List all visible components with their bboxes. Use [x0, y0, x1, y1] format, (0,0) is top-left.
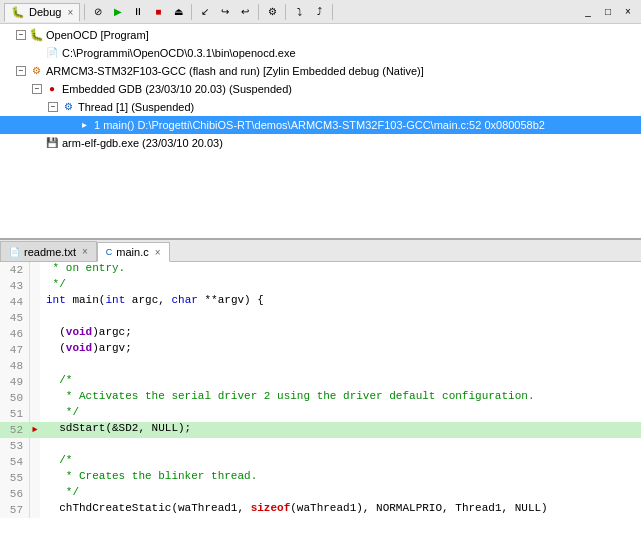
code-content-49[interactable]: /*	[40, 374, 641, 390]
debug-tab-label: Debug	[29, 6, 61, 18]
readme-tab-label: readme.txt	[24, 246, 76, 258]
line-num-43: 43	[0, 278, 30, 294]
code-content-42[interactable]: * on entry.	[40, 262, 641, 278]
debug-tab[interactable]: 🐛 Debug ×	[4, 3, 80, 22]
disconnect-button[interactable]: ⏏	[169, 3, 187, 21]
step-return-button[interactable]: ↩	[236, 3, 254, 21]
tree-label-openocd-path: C:\Programmi\OpenOCD\0.3.1\bin\openocd.e…	[62, 45, 296, 61]
tree-item-openocd-path[interactable]: 📄 C:\Programmi\OpenOCD\0.3.1\bin\openocd…	[0, 44, 641, 62]
line-marker-53	[30, 438, 40, 454]
tree-label-arm-elf: arm-elf-gdb.exe (23/03/10 20.03)	[62, 135, 223, 151]
stop-button[interactable]: ■	[149, 3, 167, 21]
tree-label-armcm3: ARMCM3-STM32F103-GCC (flash and run) [Zy…	[46, 63, 424, 79]
use-step-filters-button[interactable]: ⚙	[263, 3, 281, 21]
code-content-50[interactable]: * Activates the serial driver 2 using th…	[40, 390, 641, 406]
line-num-54: 54	[0, 454, 30, 470]
tree-label-thread1: Thread [1] (Suspended)	[78, 99, 194, 115]
tree-item-openocd[interactable]: − 🐛 OpenOCD [Program]	[0, 26, 641, 44]
code-content-56[interactable]: */	[40, 486, 641, 502]
line-marker-52: ►	[30, 422, 40, 438]
resume-button[interactable]: ▶	[109, 3, 127, 21]
target-icon-armcm3: ⚙	[28, 63, 44, 79]
toolbar-separator-2	[191, 4, 192, 20]
line-marker-55	[30, 470, 40, 486]
tree-item-embedded-gdb[interactable]: − ● Embedded GDB (23/03/10 20.03) (Suspe…	[0, 80, 641, 98]
code-line-45: 45	[0, 310, 641, 326]
line-marker-45	[30, 310, 40, 326]
code-content-47[interactable]: (void)argv;	[40, 342, 641, 358]
toolbar-separator-3	[258, 4, 259, 20]
line-num-47: 47	[0, 342, 30, 358]
frame-icon: ▸	[76, 117, 92, 133]
tree-toggle-gdb[interactable]: −	[32, 84, 42, 94]
code-area: 42 * on entry. 43 */ 44 int main(int arg…	[0, 262, 641, 549]
line-num-51: 51	[0, 406, 30, 422]
code-line-46: 46 (void)argc;	[0, 326, 641, 342]
instruction-step-into-button[interactable]: ⤵	[290, 3, 308, 21]
debug-tab-close[interactable]: ×	[67, 7, 73, 18]
code-line-48: 48	[0, 358, 641, 374]
line-num-48: 48	[0, 358, 30, 374]
tree-label-openocd: OpenOCD [Program]	[46, 27, 149, 43]
line-num-46: 46	[0, 326, 30, 342]
line-marker-47	[30, 342, 40, 358]
tree-item-frame0[interactable]: ▸ 1 main() D:\Progetti\ChibiOS-RT\demos\…	[0, 116, 641, 134]
code-line-50: 50 * Activates the serial driver 2 using…	[0, 390, 641, 406]
code-content-55[interactable]: * Creates the blinker thread.	[40, 470, 641, 486]
code-content-54[interactable]: /*	[40, 454, 641, 470]
code-line-42: 42 * on entry.	[0, 262, 641, 278]
code-content-53[interactable]	[40, 438, 641, 454]
main-c-tab-close[interactable]: ×	[155, 247, 161, 258]
code-line-47: 47 (void)argv;	[0, 342, 641, 358]
tree-toggle-thread[interactable]: −	[48, 102, 58, 112]
suspend-button[interactable]: ⏸	[129, 3, 147, 21]
step-over-button[interactable]: ↪	[216, 3, 234, 21]
thread-icon: ⚙	[60, 99, 76, 115]
code-line-49: 49 /*	[0, 374, 641, 390]
code-line-53: 53	[0, 438, 641, 454]
line-marker-51	[30, 406, 40, 422]
tree-label-gdb: Embedded GDB (23/03/10 20.03) (Suspended…	[62, 81, 292, 97]
step-into-button[interactable]: ↙	[196, 3, 214, 21]
line-marker-56	[30, 486, 40, 502]
code-line-51: 51 */	[0, 406, 641, 422]
tab-main-c[interactable]: C main.c ×	[97, 242, 170, 262]
line-num-44: 44	[0, 294, 30, 310]
line-num-50: 50	[0, 390, 30, 406]
code-content-57[interactable]: chThdCreateStatic(waThread1, sizeof(waTh…	[40, 502, 641, 518]
code-line-44: 44 int main(int argc, char **argv) {	[0, 294, 641, 310]
debug-panel: 🐛 Debug × ⊘ ▶ ⏸ ■ ⏏ ↙ ↪ ↩ ⚙ ⤵ ⤴ _ □ × − …	[0, 0, 641, 240]
line-num-53: 53	[0, 438, 30, 454]
code-content-48[interactable]	[40, 358, 641, 374]
code-content-52[interactable]: sdStart(&SD2, NULL);	[40, 422, 641, 438]
line-marker-42	[30, 262, 40, 278]
code-line-43: 43 */	[0, 278, 641, 294]
code-content-51[interactable]: */	[40, 406, 641, 422]
close-panel-button[interactable]: ×	[619, 3, 637, 21]
tree-item-armcm3[interactable]: − ⚙ ARMCM3-STM32F103-GCC (flash and run)…	[0, 62, 641, 80]
line-marker-49	[30, 374, 40, 390]
tree-item-arm-elf[interactable]: 💾 arm-elf-gdb.exe (23/03/10 20.03)	[0, 134, 641, 152]
toolbar-separator-4	[285, 4, 286, 20]
maximize-button[interactable]: □	[599, 3, 617, 21]
tab-readme[interactable]: 📄 readme.txt ×	[0, 241, 97, 261]
readme-tab-close[interactable]: ×	[82, 246, 88, 257]
line-num-42: 42	[0, 262, 30, 278]
code-content-45[interactable]	[40, 310, 641, 326]
tree-toggle-armcm3[interactable]: −	[16, 66, 26, 76]
tree-item-thread1[interactable]: − ⚙ Thread [1] (Suspended)	[0, 98, 641, 116]
code-content-43[interactable]: */	[40, 278, 641, 294]
debug-tab-icon: 🐛	[11, 6, 25, 19]
skip-all-button[interactable]: ⊘	[89, 3, 107, 21]
line-num-56: 56	[0, 486, 30, 502]
code-content-44[interactable]: int main(int argc, char **argv) {	[40, 294, 641, 310]
toolbar-separator-5	[332, 4, 333, 20]
code-line-57: 57 chThdCreateStatic(waThread1, sizeof(w…	[0, 502, 641, 518]
tree-toggle-openocd[interactable]: −	[16, 30, 26, 40]
line-marker-46	[30, 326, 40, 342]
instruction-step-over-button[interactable]: ⤴	[310, 3, 328, 21]
code-content-46[interactable]: (void)argc;	[40, 326, 641, 342]
debug-tree: − 🐛 OpenOCD [Program] 📄 C:\Programmi\Ope…	[0, 24, 641, 238]
readme-tab-icon: 📄	[9, 247, 20, 257]
minimize-button[interactable]: _	[579, 3, 597, 21]
